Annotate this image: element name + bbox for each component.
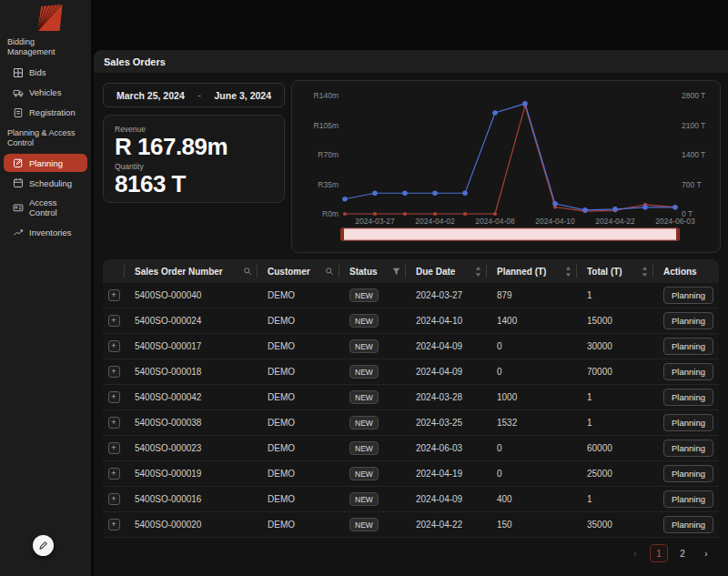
pagination-next-button[interactable]: ›	[697, 544, 715, 562]
expand-row-button[interactable]: +	[108, 519, 120, 531]
planning-action-button[interactable]: Planning	[663, 312, 713, 329]
table-header-customer[interactable]: Customer	[258, 259, 339, 283]
chart-brush[interactable]	[342, 228, 678, 240]
table-header-due-date[interactable]: Due Date	[406, 259, 487, 283]
cell-planned: 150	[487, 520, 577, 530]
planning-action-button[interactable]: Planning	[663, 338, 713, 355]
chart-point-revenue[interactable]	[493, 212, 497, 216]
svg-text:R140m: R140m	[314, 91, 339, 100]
main-panel: Sales Orders March 25, 2024 - June 3, 20…	[94, 50, 728, 576]
pagination-page-1[interactable]: 1	[650, 544, 668, 562]
sidebar-item-registration[interactable]: Registration	[4, 104, 87, 122]
chart-point-quantity[interactable]	[672, 205, 678, 210]
date-range-picker[interactable]: March 25, 2024 - June 3, 2024	[103, 83, 285, 107]
edit-fab-button[interactable]	[33, 535, 54, 556]
expand-row-button[interactable]: +	[108, 315, 120, 327]
expand-row-button[interactable]: +	[108, 289, 120, 301]
chart-line-revenue	[345, 106, 675, 214]
expand-row-button[interactable]: +	[108, 468, 120, 480]
sidebar-item-planning[interactable]: Planning	[4, 154, 87, 172]
sidebar-item-label: Bids	[29, 67, 46, 77]
sidebar-item-label: Access Control	[29, 197, 84, 217]
expand-row-button[interactable]: +	[108, 366, 120, 378]
chart-point-quantity[interactable]	[492, 110, 498, 116]
expand-row-button[interactable]: +	[108, 391, 120, 403]
table-header-total[interactable]: Total (T)	[577, 259, 653, 283]
chart-point-quantity[interactable]	[582, 207, 588, 213]
sidebar-item-scheduling[interactable]: Scheduling	[4, 174, 87, 192]
chart-point-revenue[interactable]	[403, 212, 407, 216]
expand-row-button[interactable]: +	[108, 417, 120, 429]
planning-action-button[interactable]: Planning	[663, 414, 713, 431]
chart-point-quantity[interactable]	[402, 190, 408, 196]
sidebar-item-inventories[interactable]: Inventories	[4, 223, 87, 241]
sorter-icon[interactable]	[565, 267, 571, 277]
chart-point-quantity[interactable]	[372, 190, 378, 196]
sorter-icon[interactable]	[475, 267, 481, 277]
cell-planned: 400	[487, 494, 577, 504]
chart-point-quantity[interactable]	[342, 197, 348, 202]
expand-row-button[interactable]: +	[108, 442, 120, 454]
chart-point-quantity[interactable]	[612, 207, 618, 212]
chart-point-quantity[interactable]	[522, 101, 528, 106]
chart-point-quantity[interactable]	[552, 201, 558, 207]
date-range-start[interactable]: March 25, 2024	[116, 90, 185, 101]
main-content: March 25, 2024 - June 3, 2024 Revenue R …	[94, 74, 728, 576]
svg-text:2024-04-10: 2024-04-10	[535, 217, 575, 226]
status-badge: NEW	[349, 467, 379, 480]
table-row: + 5400SO-000018 DEMO NEW 2024-04-09 0 70…	[103, 359, 719, 385]
chart-brush-left-handle[interactable]	[340, 228, 344, 240]
pagination-page-2[interactable]: 2	[673, 544, 692, 562]
chart-point-revenue[interactable]	[463, 212, 467, 216]
column-label: Customer	[268, 267, 310, 277]
table-row: + 5400SO-000038 DEMO NEW 2024-03-25 1532…	[103, 410, 719, 436]
planning-action-button[interactable]: Planning	[663, 490, 713, 508]
planning-action-button[interactable]: Planning	[663, 389, 713, 406]
table-header-status[interactable]: Status	[339, 259, 406, 283]
planning-action-button[interactable]: Planning	[663, 516, 713, 533]
sidebar-item-label: Scheduling	[29, 178, 72, 188]
pagination-prev-button[interactable]: ‹	[626, 544, 644, 562]
search-icon[interactable]	[325, 267, 334, 276]
sidebar-item-bids[interactable]: Bids	[4, 64, 87, 82]
cell-total: 1	[577, 418, 653, 428]
cell-due-date: 2024-04-09	[406, 367, 487, 377]
svg-text:R105m: R105m	[314, 121, 339, 130]
column-label: Total (T)	[587, 267, 622, 277]
sidebar-item-label: Vehicles	[29, 87, 61, 97]
status-badge: NEW	[349, 314, 379, 328]
app-logo[interactable]	[32, 4, 65, 34]
expand-row-button[interactable]: +	[108, 340, 120, 352]
cell-due-date: 2024-04-09	[406, 494, 487, 504]
sidebar-nav: Bidding Management Bids Vehicles Registr…	[0, 33, 91, 243]
planning-action-button[interactable]: Planning	[663, 287, 713, 304]
sorter-icon[interactable]	[642, 267, 648, 277]
expand-row-button[interactable]: +	[108, 493, 120, 505]
table-row: + 5400SO-000017 DEMO NEW 2024-04-09 0 30…	[103, 334, 719, 359]
chart-brush-right-handle[interactable]	[676, 228, 680, 240]
chart-point-revenue[interactable]	[373, 212, 377, 216]
chart-point-revenue[interactable]	[343, 212, 347, 216]
planning-action-button[interactable]: Planning	[663, 465, 713, 482]
quantity-value: 8163 T	[115, 171, 273, 197]
cell-due-date: 2024-04-09	[406, 341, 487, 351]
planning-action-button[interactable]: Planning	[663, 440, 713, 457]
sidebar-item-vehicles[interactable]: Vehicles	[4, 84, 87, 102]
search-icon[interactable]	[243, 267, 252, 276]
cell-total: 70000	[577, 367, 653, 377]
table-header-sales-order-number[interactable]: Sales Order Number	[125, 259, 258, 283]
filter-icon[interactable]	[392, 268, 400, 276]
cell-customer: DEMO	[258, 494, 339, 504]
table-header-planned[interactable]: Planned (T)	[487, 259, 577, 283]
cell-customer: DEMO	[258, 469, 339, 479]
chart-point-quantity[interactable]	[462, 190, 468, 196]
sidebar-item-access-control[interactable]: Access Control	[4, 194, 87, 221]
chart-point-quantity[interactable]	[642, 205, 648, 210]
planning-action-button[interactable]: Planning	[663, 363, 713, 380]
chart-point-quantity[interactable]	[432, 190, 438, 196]
date-range-end[interactable]: June 3, 2024	[215, 90, 271, 101]
cell-total: 30000	[577, 341, 653, 351]
svg-text:2024-04-02: 2024-04-02	[415, 217, 455, 226]
column-label: Status	[349, 267, 378, 277]
chart-point-revenue[interactable]	[433, 212, 437, 216]
